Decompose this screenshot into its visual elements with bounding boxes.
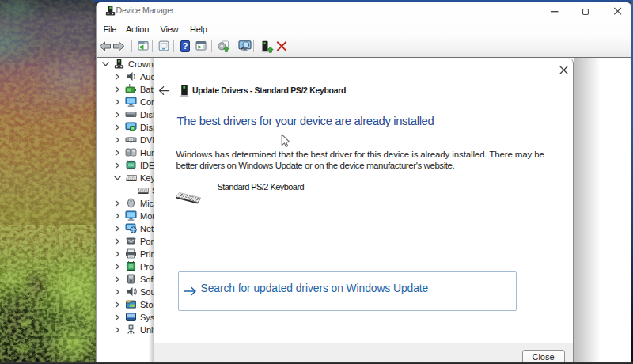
svg-text:?: ?	[183, 41, 188, 51]
